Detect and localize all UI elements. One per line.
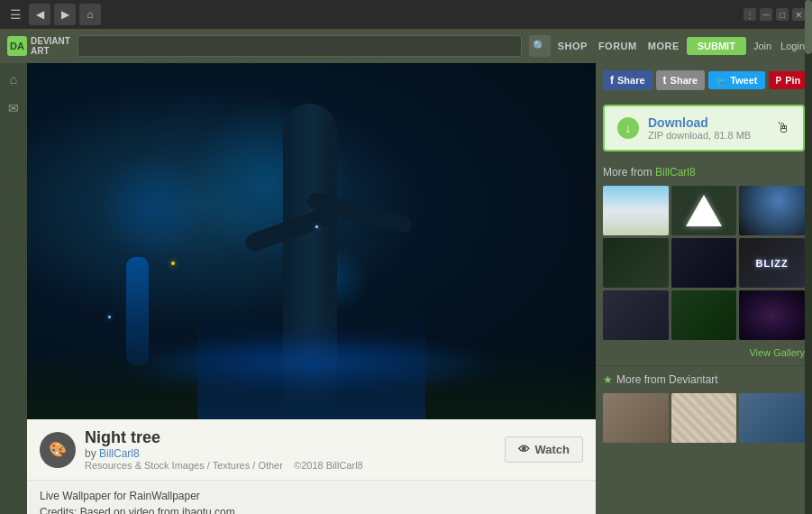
cursor-icon: 🖱 bbox=[776, 120, 790, 136]
facebook-icon: f bbox=[610, 74, 614, 87]
avatar-image: 🎨 bbox=[40, 432, 76, 468]
download-button[interactable]: ↓ Download ZIP download, 81.8 MB 🖱 bbox=[603, 105, 805, 151]
title-bar: ☰ ◀ ▶ ⌂ ⋮ ─ □ ✕ bbox=[0, 0, 812, 29]
download-icon: ↓ bbox=[617, 117, 639, 139]
gallery-item-5[interactable] bbox=[671, 238, 737, 288]
pinterest-label: Pin bbox=[785, 75, 800, 86]
da-thumb-3[interactable] bbox=[739, 393, 805, 443]
da-thumbnails bbox=[603, 393, 805, 443]
tumblr-label: Share bbox=[671, 75, 698, 86]
da-thumb-1[interactable] bbox=[603, 393, 669, 443]
menu-icon[interactable]: ☰ bbox=[7, 6, 23, 23]
desc-line-1: Live Wallpaper for RainWallpaper bbox=[40, 490, 583, 502]
water-pool bbox=[197, 311, 424, 419]
da-thumb-2[interactable] bbox=[671, 393, 737, 443]
author-gallery-link[interactable]: BillCarl8 bbox=[655, 166, 696, 179]
forward-button[interactable]: ▶ bbox=[54, 4, 76, 25]
search-button[interactable]: 🔍 bbox=[529, 35, 551, 57]
facebook-label: Share bbox=[617, 75, 645, 86]
close-button[interactable]: ✕ bbox=[792, 8, 805, 21]
deviantart-logo[interactable]: DA DEVIANTART bbox=[7, 36, 70, 56]
nav-links: SHOP FORUM MORE bbox=[558, 41, 680, 51]
copyright-text: ©2018 BillCarl8 bbox=[294, 460, 363, 471]
desc-line-2: Credits: Based on video from ibaotu.com bbox=[40, 506, 583, 514]
pinterest-icon: P bbox=[776, 76, 782, 86]
gallery-item-8[interactable] bbox=[671, 290, 737, 340]
auth-links: Join Login bbox=[753, 41, 805, 51]
more-da-text: More from Deviantart bbox=[616, 373, 718, 386]
pinterest-pin-button[interactable]: P Pin bbox=[769, 71, 808, 89]
gallery-item-6[interactable]: BLIZZ bbox=[739, 238, 805, 288]
info-left: 🎨 Night tree by BillCarl8 Resources & St… bbox=[40, 428, 363, 471]
watch-icon: 👁 bbox=[518, 443, 530, 456]
content-area: 🎨 Night tree by BillCarl8 Resources & St… bbox=[27, 63, 596, 514]
more-from-text: More from bbox=[603, 166, 652, 179]
login-link[interactable]: Login bbox=[780, 41, 805, 51]
gallery-item-3[interactable] bbox=[739, 186, 805, 235]
arrow-icon bbox=[686, 195, 722, 226]
facebook-share-button[interactable]: f Share bbox=[603, 70, 652, 90]
forum-link[interactable]: FORUM bbox=[598, 41, 637, 51]
more-link[interactable]: MORE bbox=[648, 41, 680, 51]
firefly-3 bbox=[315, 225, 318, 228]
more-from-title: More from BillCarl8 bbox=[603, 166, 805, 179]
gallery-item-4[interactable] bbox=[603, 238, 669, 288]
options-button[interactable]: ⋮ bbox=[744, 8, 756, 21]
sidebar-home-icon[interactable]: ⌂ bbox=[5, 70, 23, 88]
tumblr-share-button[interactable]: t Share bbox=[656, 70, 706, 90]
shop-link[interactable]: SHOP bbox=[558, 41, 588, 51]
blizzard-text: BLIZZ bbox=[756, 258, 789, 269]
glow-effect-2 bbox=[99, 153, 207, 262]
url-input[interactable] bbox=[84, 41, 515, 51]
category-text: Resources & Stock Images / Textures / Ot… bbox=[85, 460, 283, 471]
maximize-button[interactable]: □ bbox=[776, 8, 789, 21]
download-size: ZIP download, 81.8 MB bbox=[648, 130, 767, 141]
right-panel: f Share t Share 🐦 Tweet P Pin ▾ ↓ Down bbox=[596, 63, 812, 514]
twitter-icon: 🐦 bbox=[716, 76, 726, 86]
gallery-grid: BLIZZ bbox=[603, 186, 805, 340]
gallery-item-1[interactable] bbox=[603, 186, 669, 235]
scrollbar-track bbox=[805, 0, 812, 514]
gallery-item-7[interactable] bbox=[603, 290, 669, 340]
tumblr-icon: t bbox=[663, 74, 667, 87]
sidebar-message-icon[interactable]: ✉ bbox=[5, 99, 23, 117]
artwork-container bbox=[27, 63, 596, 419]
watch-label: Watch bbox=[534, 443, 570, 456]
info-bar: 🎨 Night tree by BillCarl8 Resources & St… bbox=[27, 419, 596, 480]
firefly-2 bbox=[108, 316, 111, 318]
firefly-1 bbox=[171, 262, 175, 265]
logo-icon: DA bbox=[7, 36, 27, 56]
title-bar-right: ⋮ ─ □ ✕ bbox=[744, 8, 805, 21]
home-button[interactable]: ⌂ bbox=[79, 4, 101, 25]
artwork-author: by BillCarl8 bbox=[85, 447, 363, 460]
title-bar-left: ☰ ◀ ▶ ⌂ bbox=[7, 4, 101, 25]
gallery-item-2[interactable] bbox=[671, 186, 737, 235]
description-area: Live Wallpaper for RainWallpaper Credits… bbox=[27, 480, 596, 514]
submit-button[interactable]: SUBMIT bbox=[687, 37, 746, 55]
left-sidebar: ⌂ ✉ bbox=[0, 63, 27, 514]
logo-text: DEVIANTART bbox=[31, 36, 70, 56]
artwork-background bbox=[27, 63, 596, 419]
more-da-title: ★ More from Deviantart bbox=[603, 373, 805, 386]
gallery-item-9[interactable] bbox=[739, 290, 805, 340]
twitter-label: Tweet bbox=[730, 75, 757, 86]
scrollbar-thumb[interactable] bbox=[805, 0, 812, 54]
download-section: ↓ Download ZIP download, 81.8 MB 🖱 bbox=[596, 97, 812, 159]
join-link[interactable]: Join bbox=[753, 41, 771, 51]
view-gallery-link[interactable]: View Gallery bbox=[603, 347, 805, 358]
artwork-title: Night tree bbox=[85, 428, 363, 447]
nav-buttons: ◀ ▶ ⌂ bbox=[29, 4, 101, 25]
main-area: ⌂ ✉ bbox=[0, 63, 812, 514]
back-button[interactable]: ◀ bbox=[29, 4, 50, 25]
minimize-button[interactable]: ─ bbox=[760, 8, 772, 21]
download-label: Download bbox=[648, 115, 767, 130]
watch-button[interactable]: 👁 Watch bbox=[505, 436, 583, 463]
da-icon: ★ bbox=[603, 373, 613, 386]
browser-bar: DA DEVIANTART 🔍 SHOP FORUM MORE SUBMIT J… bbox=[0, 29, 812, 63]
author-link[interactable]: BillCarl8 bbox=[99, 447, 140, 460]
twitter-share-button[interactable]: 🐦 Tweet bbox=[708, 71, 764, 89]
artwork-category: Resources & Stock Images / Textures / Ot… bbox=[85, 460, 363, 471]
more-from-section: More from BillCarl8 BLIZZ View Gallery bbox=[596, 159, 812, 365]
social-buttons: f Share t Share 🐦 Tweet P Pin ▾ bbox=[596, 63, 812, 97]
url-bar[interactable] bbox=[78, 35, 522, 57]
